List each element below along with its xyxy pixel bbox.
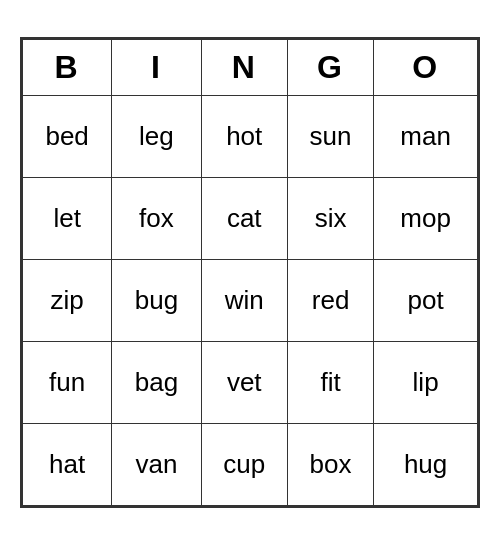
cell-r1c4: sun <box>287 95 373 177</box>
cell-r3c4: red <box>287 259 373 341</box>
header-i: I <box>112 39 201 95</box>
cell-r5c2: van <box>112 423 201 505</box>
cell-r4c3: vet <box>201 341 287 423</box>
cell-r3c5: pot <box>374 259 478 341</box>
cell-r2c4: six <box>287 177 373 259</box>
cell-r1c2: leg <box>112 95 201 177</box>
cell-r2c1: let <box>23 177 112 259</box>
cell-r5c1: hat <box>23 423 112 505</box>
header-g: G <box>287 39 373 95</box>
cell-r2c5: mop <box>374 177 478 259</box>
cell-r1c3: hot <box>201 95 287 177</box>
bingo-card: B I N G O bed leg hot sun man let fox ca… <box>20 37 480 508</box>
cell-r4c5: lip <box>374 341 478 423</box>
cell-r5c5: hug <box>374 423 478 505</box>
cell-r5c4: box <box>287 423 373 505</box>
cell-r2c2: fox <box>112 177 201 259</box>
table-row: fun bag vet fit lip <box>23 341 478 423</box>
table-row: zip bug win red pot <box>23 259 478 341</box>
cell-r4c4: fit <box>287 341 373 423</box>
cell-r3c1: zip <box>23 259 112 341</box>
cell-r3c3: win <box>201 259 287 341</box>
cell-r4c1: fun <box>23 341 112 423</box>
table-row: let fox cat six mop <box>23 177 478 259</box>
header-b: B <box>23 39 112 95</box>
bingo-table: B I N G O bed leg hot sun man let fox ca… <box>22 39 478 506</box>
cell-r1c1: bed <box>23 95 112 177</box>
cell-r1c5: man <box>374 95 478 177</box>
header-n: N <box>201 39 287 95</box>
table-row: hat van cup box hug <box>23 423 478 505</box>
cell-r5c3: cup <box>201 423 287 505</box>
cell-r3c2: bug <box>112 259 201 341</box>
cell-r4c2: bag <box>112 341 201 423</box>
header-row: B I N G O <box>23 39 478 95</box>
cell-r2c3: cat <box>201 177 287 259</box>
header-o: O <box>374 39 478 95</box>
table-row: bed leg hot sun man <box>23 95 478 177</box>
